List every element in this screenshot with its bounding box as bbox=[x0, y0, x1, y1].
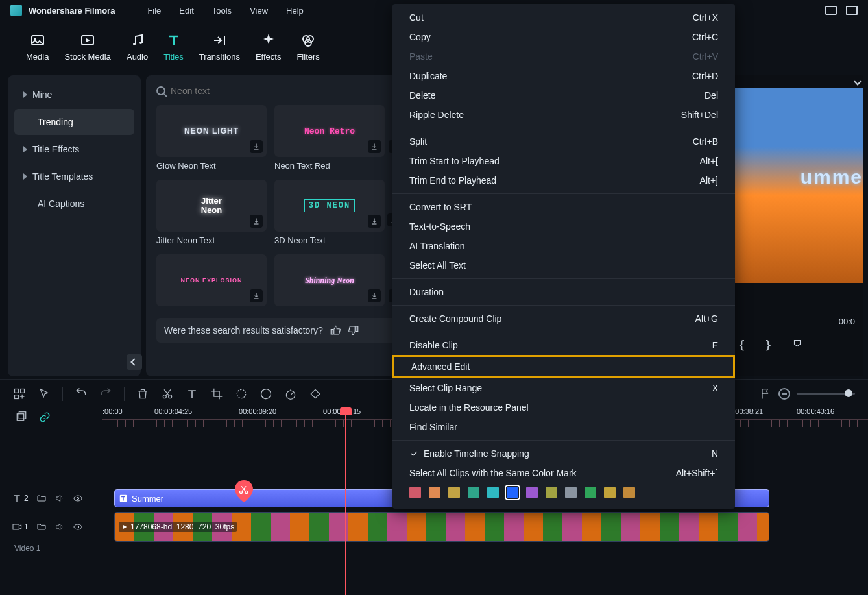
thumbs-up-icon[interactable] bbox=[330, 324, 341, 336]
mark-out-button[interactable]: } bbox=[765, 338, 772, 352]
color-swatch[interactable] bbox=[468, 487, 479, 498]
tab-effects[interactable]: Effects bbox=[256, 32, 282, 62]
menu-file[interactable]: File bbox=[147, 6, 161, 16]
thumb-card[interactable]: 3D NEON3D Neon Text bbox=[274, 180, 385, 245]
sidebar-collapse-button[interactable] bbox=[127, 354, 142, 370]
playhead[interactable] bbox=[345, 410, 346, 595]
tab-titles[interactable]: Titles bbox=[163, 32, 184, 62]
thumb-card[interactable]: Shinning Neon bbox=[274, 254, 385, 310]
thumb-preview[interactable]: Neon Retro bbox=[274, 105, 385, 157]
context-menu-item[interactable]: AI Translation bbox=[392, 236, 735, 256]
context-menu-item[interactable]: SplitCtrl+B bbox=[392, 132, 735, 151]
context-menu-item[interactable]: Ripple DeleteShift+Del bbox=[392, 105, 735, 125]
marker-icon[interactable] bbox=[791, 339, 803, 351]
tab-transitions[interactable]: Transitions bbox=[199, 32, 240, 62]
context-menu-item[interactable]: Trim End to PlayheadAlt+] bbox=[392, 171, 735, 190]
thumb-card[interactable]: NEON EXPLOSION bbox=[156, 254, 267, 310]
color-swatch[interactable] bbox=[507, 487, 518, 498]
color-swatch[interactable] bbox=[565, 487, 577, 498]
layout-icon[interactable] bbox=[825, 6, 837, 15]
stack-icon[interactable] bbox=[16, 411, 27, 423]
color-swatch[interactable] bbox=[546, 487, 557, 498]
speed-icon[interactable] bbox=[284, 387, 297, 400]
context-menu-item[interactable]: Advanced Edit bbox=[392, 355, 735, 378]
folder-icon[interactable] bbox=[36, 493, 47, 504]
delete-icon[interactable] bbox=[136, 387, 149, 400]
redo-icon[interactable] bbox=[99, 387, 112, 400]
context-menu-item[interactable]: Find Similar bbox=[392, 417, 735, 437]
download-icon[interactable] bbox=[368, 289, 381, 302]
add-track-icon[interactable] bbox=[13, 387, 26, 400]
color-swatch[interactable] bbox=[409, 487, 421, 498]
context-menu-item[interactable]: Enable Timeline SnappingN bbox=[392, 444, 735, 463]
video-clip[interactable]: 1778068-hd_1280_720_30fps bbox=[114, 512, 769, 542]
context-menu-item[interactable]: DuplicateCtrl+D bbox=[392, 66, 735, 86]
context-menu-item[interactable]: Select Clip RangeX bbox=[392, 378, 735, 398]
context-menu-item[interactable]: Create Compound ClipAlt+G bbox=[392, 309, 735, 328]
sidebar-item-title-effects[interactable]: Title Effects bbox=[14, 136, 134, 162]
download-icon[interactable] bbox=[250, 215, 263, 228]
context-menu-item[interactable]: Select All Clips with the Same Color Mar… bbox=[392, 463, 735, 483]
thumb-preview[interactable]: NEON EXPLOSION bbox=[156, 254, 267, 306]
preview-video[interactable]: umme bbox=[733, 88, 863, 283]
tab-filters[interactable]: Filters bbox=[296, 32, 319, 62]
tab-stock-media[interactable]: Stock Media bbox=[64, 32, 111, 62]
video-track-content[interactable]: 1778068-hd_1280_720_30fps bbox=[114, 512, 868, 542]
cursor-icon[interactable] bbox=[38, 387, 51, 400]
color-swatch[interactable] bbox=[526, 487, 538, 498]
menu-help[interactable]: Help bbox=[286, 6, 304, 16]
context-menu-item[interactable]: Disable ClipE bbox=[392, 335, 735, 355]
folder-icon[interactable] bbox=[36, 522, 47, 532]
sidebar-item-title-templates[interactable]: Title Templates bbox=[14, 164, 134, 189]
context-menu-item[interactable]: Trim Start to PlayheadAlt+[ bbox=[392, 151, 735, 171]
download-icon[interactable] bbox=[368, 140, 381, 153]
thumb-card[interactable]: Neon RetroNeon Text Red bbox=[274, 105, 385, 171]
context-menu-item[interactable]: CopyCtrl+C bbox=[392, 27, 735, 47]
cut-icon[interactable] bbox=[161, 387, 174, 400]
color-swatch[interactable] bbox=[448, 487, 460, 498]
download-icon[interactable] bbox=[250, 140, 263, 153]
thumb-preview[interactable]: JitterNeon bbox=[156, 180, 267, 232]
keyframe-icon[interactable] bbox=[309, 387, 322, 400]
mute-icon[interactable] bbox=[54, 493, 65, 504]
thumb-preview[interactable]: NEON LIGHT bbox=[156, 105, 267, 157]
context-menu-item[interactable]: Locate in the Resource Panel bbox=[392, 398, 735, 417]
sidebar-item-trending[interactable]: Trending bbox=[14, 109, 134, 135]
link-icon[interactable] bbox=[39, 411, 51, 423]
visibility-icon[interactable] bbox=[73, 493, 83, 504]
track-type-icon[interactable]: 2 bbox=[12, 493, 29, 504]
zoom-slider[interactable] bbox=[797, 393, 855, 395]
download-icon[interactable] bbox=[250, 289, 263, 302]
context-menu-item[interactable]: Text-to-Speech bbox=[392, 217, 735, 236]
thumbs-down-icon[interactable] bbox=[348, 324, 359, 336]
color-swatch[interactable] bbox=[604, 487, 616, 498]
context-menu-item[interactable]: Convert to SRT bbox=[392, 197, 735, 217]
track-type-icon[interactable]: 1 bbox=[12, 522, 29, 532]
color-swatch[interactable] bbox=[585, 487, 596, 498]
visibility-icon[interactable] bbox=[73, 522, 83, 532]
context-menu-item[interactable]: CutCtrl+X bbox=[392, 8, 735, 27]
ai-tools-icon[interactable] bbox=[235, 387, 248, 400]
zoom-out-button[interactable] bbox=[778, 388, 790, 400]
undo-icon[interactable] bbox=[75, 387, 88, 400]
window-icon[interactable] bbox=[846, 6, 858, 15]
download-icon[interactable] bbox=[368, 215, 381, 228]
text-icon[interactable] bbox=[186, 387, 199, 400]
color-swatch[interactable] bbox=[429, 487, 440, 498]
color-swatch[interactable] bbox=[487, 487, 499, 498]
menu-tools[interactable]: Tools bbox=[212, 6, 232, 16]
menu-edit[interactable]: Edit bbox=[179, 6, 193, 16]
tab-audio[interactable]: Audio bbox=[127, 32, 148, 62]
menu-view[interactable]: View bbox=[250, 6, 268, 16]
chevron-down-icon[interactable] bbox=[854, 78, 861, 85]
mute-icon[interactable] bbox=[54, 522, 65, 532]
crop-icon[interactable] bbox=[210, 387, 223, 400]
color-swatch[interactable] bbox=[623, 487, 635, 498]
thumb-card[interactable]: JitterNeonJitter Neon Text bbox=[156, 180, 267, 245]
color-icon[interactable] bbox=[259, 387, 272, 400]
context-menu-item[interactable]: DeleteDel bbox=[392, 86, 735, 105]
sidebar-item-ai-captions[interactable]: AI Captions bbox=[14, 191, 134, 217]
marker-flag-icon[interactable] bbox=[759, 387, 772, 400]
sidebar-item-mine[interactable]: Mine bbox=[14, 82, 134, 108]
mark-in-button[interactable]: { bbox=[738, 338, 745, 352]
